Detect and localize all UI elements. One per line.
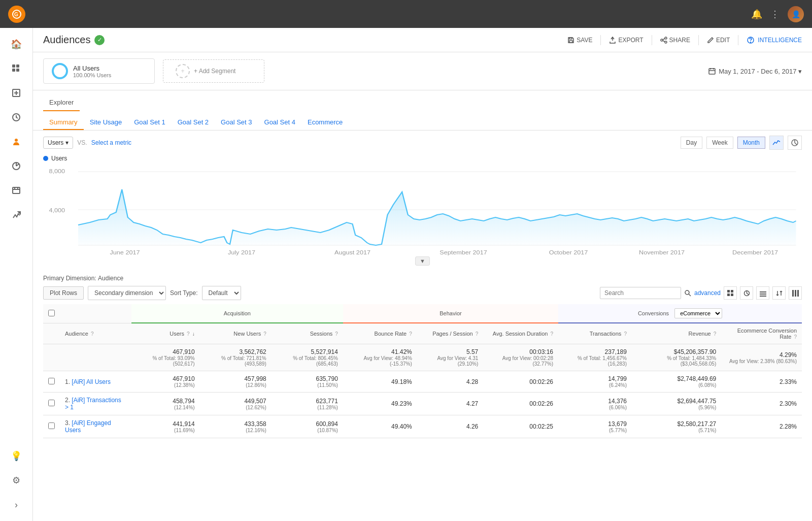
- audience-help-icon[interactable]: ?: [91, 331, 94, 337]
- pages-session-help-icon[interactable]: ?: [476, 331, 479, 337]
- row2-bounce-rate-cell: 49.23%: [343, 393, 417, 415]
- row3-pages-session-cell: 4.26: [417, 415, 483, 438]
- conversions-type-select[interactable]: eCommerce: [674, 308, 722, 318]
- sidebar-item-conversions[interactable]: [6, 205, 26, 225]
- svg-text:October 2017: October 2017: [549, 249, 588, 255]
- acquisition-group-header: Acquisition: [131, 304, 343, 323]
- sort-type-select[interactable]: Default: [202, 286, 241, 300]
- pages-session-header: Pages / Session ?: [417, 323, 483, 344]
- day-button[interactable]: Day: [681, 137, 702, 149]
- line-chart-svg: 8,000 4,000 June 2017 July 2017 August 2…: [43, 164, 802, 255]
- table-view-sort-button[interactable]: [772, 286, 786, 300]
- conversions-label: Conversions: [638, 310, 669, 316]
- table-view-grid-button[interactable]: [724, 286, 737, 300]
- line-chart-button[interactable]: [769, 136, 784, 150]
- row2-audience-link[interactable]: [AiR] Transactions > 1: [65, 397, 121, 411]
- sidebar-item-settings[interactable]: ⚙: [6, 470, 26, 491]
- all-users-segment[interactable]: All Users 100.00% Users: [43, 58, 155, 84]
- row2-transactions-cell: 14,376 (6.06%): [558, 393, 632, 415]
- select-all-checkbox-cell: [43, 304, 60, 323]
- total-label-cell: [60, 344, 131, 371]
- table-view-columns-button[interactable]: [789, 286, 802, 300]
- dropdown-arrow-icon: ▾: [65, 139, 69, 146]
- svg-point-23: [665, 41, 667, 43]
- time-controls: Day Week Month: [681, 136, 802, 150]
- tab-goal-set-2[interactable]: Goal Set 2: [172, 115, 215, 130]
- row1-checkbox[interactable]: [48, 378, 55, 384]
- app-logo[interactable]: G: [8, 6, 25, 23]
- users-sort-icon[interactable]: ↓: [192, 331, 195, 337]
- sidebar-item-audience[interactable]: [6, 132, 26, 152]
- sidebar-item-lightbulb[interactable]: 💡: [6, 446, 26, 466]
- intelligence-button[interactable]: INTELLIGENCE: [747, 36, 802, 44]
- revenue-help-icon[interactable]: ?: [714, 331, 717, 337]
- avg-session-help-icon[interactable]: ?: [550, 331, 553, 337]
- tab-ecommerce[interactable]: Ecommerce: [301, 115, 349, 130]
- svg-rect-5: [16, 69, 19, 72]
- page-title: Audiences: [43, 34, 90, 46]
- svg-rect-14: [13, 187, 20, 193]
- advanced-link[interactable]: advanced: [694, 289, 721, 297]
- sidebar-item-realtime[interactable]: [6, 107, 26, 127]
- date-range-picker[interactable]: May 1, 2017 - Dec 6, 2017 ▾: [708, 68, 802, 75]
- plot-rows-button[interactable]: Plot Rows: [43, 286, 84, 300]
- add-segment-button[interactable]: + + Add Segment: [163, 59, 264, 83]
- sidebar-item-home[interactable]: 🏠: [6, 34, 26, 54]
- pie-chart-button[interactable]: [788, 136, 802, 150]
- row3-audience-link[interactable]: [AiR] Engaged Users: [65, 419, 111, 434]
- bounce-rate-help-icon[interactable]: ?: [409, 331, 412, 337]
- row3-checkbox-cell: [43, 415, 60, 438]
- bell-icon[interactable]: 🔔: [751, 9, 762, 20]
- secondary-dimension-select[interactable]: Secondary dimension: [88, 286, 166, 300]
- row2-users-cell: 458,794 (12.14%): [131, 393, 200, 415]
- svg-rect-3: [16, 64, 19, 68]
- svg-text:8,000: 8,000: [49, 168, 65, 175]
- week-button[interactable]: Week: [706, 137, 733, 149]
- verified-badge: ✓: [94, 35, 105, 45]
- avg-session-header: Avg. Session Duration ?: [483, 323, 558, 344]
- row1-audience-link[interactable]: [AiR] All Users: [72, 378, 111, 385]
- chart-scroll-button[interactable]: ▼: [415, 256, 430, 266]
- more-menu-icon[interactable]: ⋮: [770, 9, 780, 20]
- tab-goal-set-3[interactable]: Goal Set 3: [215, 115, 258, 130]
- explorer-tab[interactable]: Explorer: [43, 94, 80, 111]
- share-button[interactable]: SHARE: [660, 37, 690, 44]
- users-help-icon[interactable]: ?: [187, 331, 190, 337]
- transactions-help-icon[interactable]: ?: [624, 331, 627, 337]
- row2-checkbox[interactable]: [48, 400, 55, 406]
- month-button[interactable]: Month: [737, 137, 765, 149]
- row1-sessions-cell: 635,790 (11.50%): [272, 371, 343, 393]
- add-segment-label: + Add Segment: [194, 68, 235, 75]
- sidebar-item-add[interactable]: [6, 83, 26, 103]
- new-users-help-icon[interactable]: ?: [263, 331, 266, 337]
- top-navigation: G 🔔 ⋮ 👤: [0, 0, 812, 28]
- total-transactions-cell: 237,189 % of Total: 1,456.67% (16,283): [558, 344, 632, 371]
- select-metric-button[interactable]: Select a metric: [91, 139, 131, 146]
- tab-goal-set-1[interactable]: Goal Set 1: [128, 115, 171, 130]
- save-button[interactable]: SAVE: [567, 37, 592, 44]
- tab-goal-set-4[interactable]: Goal Set 4: [258, 115, 301, 130]
- export-button[interactable]: EXPORT: [609, 37, 643, 44]
- table-row: 2. [AiR] Transactions > 1 458,794 (12.14…: [43, 393, 802, 415]
- tab-summary[interactable]: Summary: [43, 115, 84, 130]
- row1-pages-session-cell: 4.28: [417, 371, 483, 393]
- avatar[interactable]: 👤: [788, 6, 804, 22]
- select-all-checkbox[interactable]: [48, 310, 55, 316]
- ecommerce-conv-help-icon[interactable]: ?: [794, 334, 797, 340]
- total-bounce-rate-cell: 41.42% Avg for View: 48.94% (-15.37%): [343, 344, 417, 371]
- sidebar-item-acquisition[interactable]: [6, 156, 26, 176]
- svg-rect-47: [727, 290, 730, 292]
- divider: [600, 35, 601, 45]
- sidebar-item-dashboard[interactable]: [6, 58, 26, 79]
- tab-site-usage[interactable]: Site Usage: [84, 115, 128, 130]
- table-view-pie-button[interactable]: [740, 286, 753, 300]
- edit-button[interactable]: EDIT: [707, 37, 730, 44]
- table-search-input[interactable]: [600, 287, 681, 299]
- table-view-bar-button[interactable]: [756, 286, 769, 300]
- sidebar-item-behavior[interactable]: [6, 180, 26, 201]
- users-metric-dropdown[interactable]: Users ▾: [43, 137, 73, 149]
- sessions-help-icon[interactable]: ?: [335, 331, 338, 337]
- sidebar-item-collapse[interactable]: ›: [6, 495, 26, 515]
- svg-rect-49: [727, 294, 730, 296]
- row3-checkbox[interactable]: [48, 422, 55, 429]
